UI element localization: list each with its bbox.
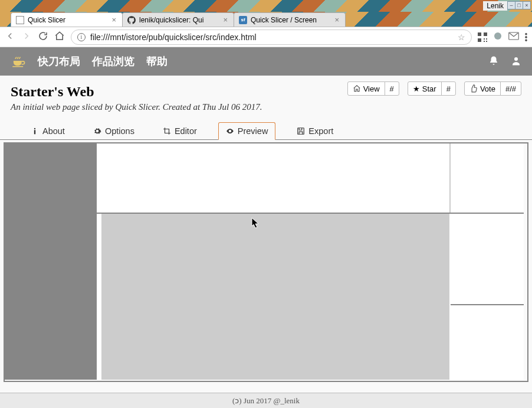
forward-button: [21, 31, 32, 43]
grid-cell: [101, 143, 449, 213]
star-pill[interactable]: ★Star #: [408, 81, 456, 96]
grid-cell: [451, 143, 524, 213]
tab-options[interactable]: Options: [86, 122, 142, 140]
qr-extension-icon[interactable]: [478, 32, 487, 42]
tab-preview[interactable]: Preview: [218, 122, 276, 140]
nav-link-layout[interactable]: 快刀布局: [38, 54, 80, 68]
grid-cell: [451, 214, 524, 304]
vote-count: #/#: [500, 82, 521, 95]
view-pill[interactable]: View #: [347, 81, 399, 96]
save-icon: [297, 127, 305, 135]
nav-link-help[interactable]: 帮助: [146, 54, 168, 68]
window-minimize-button[interactable]: –: [507, 1, 515, 9]
eye-icon: [226, 127, 234, 135]
nav-link-gallery[interactable]: 作品浏览: [92, 54, 134, 68]
crop-icon: [163, 127, 171, 135]
browser-tab-strip: Quick Slicer × lenik/quickslicer: Qui × …: [0, 12, 532, 27]
page-favicon-icon: [16, 16, 24, 24]
home-button[interactable]: [54, 31, 65, 43]
home-icon: [353, 84, 361, 93]
window-maximize-button[interactable]: □: [515, 1, 523, 9]
bookmark-star-icon[interactable]: ☆: [458, 32, 465, 42]
svg-rect-6: [298, 128, 304, 135]
view-count: #: [385, 82, 399, 95]
browser-tab[interactable]: sf Quick Slicer / Screen ×: [234, 12, 346, 27]
app-navbar: 快刀布局 作品浏览 帮助: [0, 47, 532, 76]
browser-tab-label: Quick Slicer / Screen: [251, 16, 331, 24]
reload-button[interactable]: [38, 31, 48, 43]
preview-grid: [4, 142, 528, 382]
tab-about[interactable]: About: [24, 122, 72, 140]
tab-close-button[interactable]: ×: [222, 15, 229, 24]
browser-toolbar: i file:///mnt/istore/pub/quickslicer/src…: [0, 27, 532, 47]
grid-cell: [451, 305, 524, 380]
thumbs-up-icon: [469, 84, 478, 93]
browser-menu-button[interactable]: [525, 32, 527, 42]
star-count: #: [441, 82, 455, 95]
vote-pill[interactable]: Vote #/#: [464, 81, 521, 96]
extension-icon[interactable]: [493, 31, 503, 43]
grid-cell: [97, 143, 101, 213]
grid-gap: [101, 214, 449, 380]
stats-row: View # ★Star # Vote #/#: [347, 81, 521, 96]
tab-editor[interactable]: Editor: [156, 122, 204, 140]
tab-close-button[interactable]: ×: [333, 15, 340, 24]
tab-export[interactable]: Export: [290, 122, 340, 140]
back-button[interactable]: [5, 31, 15, 43]
sourceforge-favicon-icon: sf: [239, 16, 247, 24]
footer-text: (ɔ) Jun 2017 @_lenik: [232, 396, 300, 405]
address-bar[interactable]: i file:///mnt/istore/pub/quickslicer/src…: [71, 30, 472, 45]
app-logo-icon[interactable]: [11, 53, 26, 70]
extensions-area: [478, 31, 527, 43]
window-close-button[interactable]: ×: [523, 1, 531, 9]
browser-tab-label: Quick Slicer: [28, 16, 108, 24]
gear-icon: [93, 127, 101, 135]
info-icon: [31, 127, 39, 135]
browser-tab-label: lenik/quickslicer: Qui: [139, 16, 219, 24]
svg-rect-2: [12, 66, 23, 67]
grid-cell: [97, 214, 101, 380]
svg-point-0: [494, 32, 501, 40]
page-title: Starter's Web: [11, 84, 262, 100]
os-window-controls: – □ ×: [508, 1, 531, 9]
page-footer: (ɔ) Jun 2017 @_lenik: [0, 393, 532, 408]
grid-gap: [5, 143, 97, 380]
svg-point-3: [514, 57, 518, 61]
tab-close-button[interactable]: ×: [110, 15, 117, 24]
github-favicon-icon: [127, 16, 136, 24]
view-tabs: About Options Editor Preview Export: [0, 112, 532, 140]
notifications-icon[interactable]: [488, 56, 499, 68]
os-window-title: Lenik: [483, 1, 507, 11]
page-content: Starter's Web An initial web page sliced…: [0, 76, 532, 393]
mail-extension-icon[interactable]: [508, 32, 519, 42]
url-text: file:///mnt/istore/pub/quickslicer/src/i…: [90, 32, 257, 42]
user-icon[interactable]: [511, 56, 521, 68]
page-header: Starter's Web An initial web page sliced…: [0, 76, 532, 112]
svg-rect-5: [34, 130, 35, 134]
browser-tab[interactable]: lenik/quickslicer: Qui ×: [122, 12, 234, 27]
star-icon: ★: [413, 84, 420, 93]
svg-point-4: [34, 128, 35, 129]
site-info-icon[interactable]: i: [77, 33, 86, 41]
os-window-titlebar: Lenik – □ ×: [0, 0, 532, 12]
browser-tab-active[interactable]: Quick Slicer ×: [11, 12, 123, 27]
page-subtitle: An initial web page sliced by Quick Slic…: [11, 102, 262, 112]
